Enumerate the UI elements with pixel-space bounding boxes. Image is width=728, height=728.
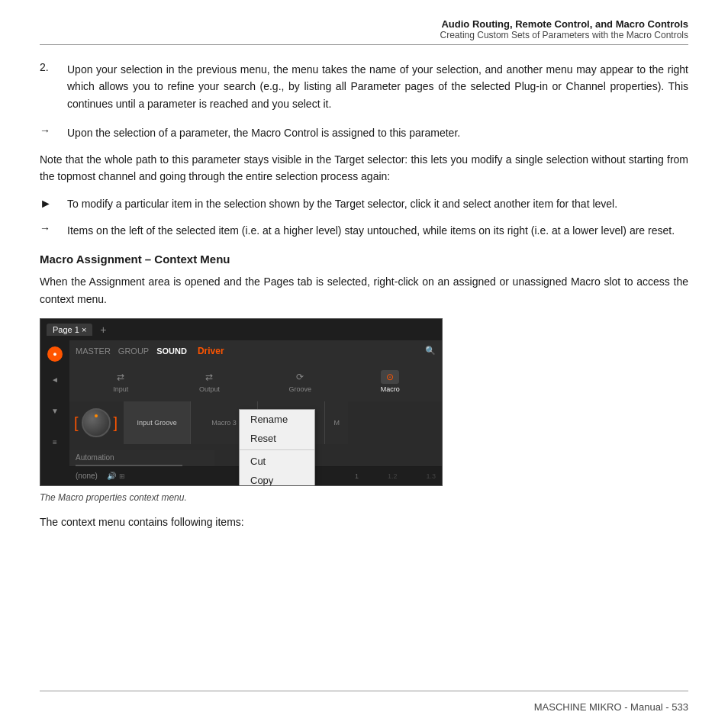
screenshot-main-panel: MASTER GROUP SOUND Driver 🔍 ⇄ Input (69, 340, 442, 485)
label-box-input-groove: Input Groove (124, 401, 191, 444)
more-text: M (333, 419, 340, 427)
output-icon: ⇄ (200, 370, 218, 384)
bracket-left: [ (74, 415, 79, 430)
knob-dot (95, 414, 98, 417)
tab-add[interactable]: + (100, 324, 106, 336)
none-label: (none) (76, 472, 98, 480)
output-label: Output (199, 385, 220, 393)
bracket-right: ] (114, 415, 118, 430)
groove-icon: ⟳ (291, 370, 309, 384)
record-button[interactable]: ● (47, 346, 63, 362)
caption-text: The Macro properties context menu. (40, 492, 688, 503)
macro3-text: Macro 3 (211, 419, 237, 427)
timeline-12: 1.2 (388, 472, 398, 480)
ctx-reset[interactable]: Reset (240, 429, 314, 448)
numbered-item-2: 2. Upon your selection in the previous m… (40, 61, 688, 112)
driver-label: Driver (198, 346, 224, 356)
bullet-text-1: To modify a particular item in the selec… (67, 195, 617, 212)
bullet-symbol: ► (40, 195, 67, 212)
nav-groove[interactable]: ⟳ Groove (289, 370, 312, 393)
input-label: Input (113, 385, 128, 393)
footer-divider (40, 691, 688, 691)
arrow-item-2: → Items on the left of the selected item… (40, 222, 688, 239)
ss-nav-row: ⇄ Input ⇄ Output ⟳ Groove ⊙ (69, 362, 442, 401)
tab-page1[interactable]: Page 1 × (47, 324, 92, 336)
header-divider (40, 44, 688, 45)
arrow-symbol-2: → (40, 222, 67, 234)
master-btn[interactable]: MASTER (76, 346, 111, 356)
label-box-more: M (325, 401, 348, 444)
item-2-text: Upon your selection in the previous menu… (67, 61, 688, 112)
bullet-item-1: ► To modify a particular item in the sel… (40, 195, 688, 212)
left-sidebar-icon3: ≡ (53, 438, 57, 446)
left-sidebar-icon2: ▼ (51, 407, 59, 415)
arrow-text-2: Items on the left of the selected item (… (67, 222, 675, 239)
screenshot: Page 1 × + ● ◄ ▼ ≡ MASTER (40, 318, 443, 486)
screenshot-container: Page 1 × + ● ◄ ▼ ≡ MASTER (40, 318, 688, 486)
footer-text: MASCHINE MIKRO - Manual - 533 (534, 701, 688, 713)
input-groove-text: Input Groove (137, 419, 177, 427)
arrow-symbol-1: → (40, 124, 67, 137)
arrow-item-1: → Upon the selection of a parameter, the… (40, 124, 688, 141)
context-intro: The context menu contains following item… (40, 514, 688, 530)
screenshot-left-sidebar: ● ◄ ▼ ≡ (40, 340, 69, 486)
footer: MASCHINE MIKRO - Manual - 533 (40, 701, 688, 713)
grid-icon: ⊞ (119, 472, 125, 480)
content-area: 2. Upon your selection in the previous m… (40, 61, 688, 682)
header-subtitle: Creating Custom Sets of Parameters with … (440, 30, 688, 40)
macro-knob[interactable] (82, 408, 111, 437)
header-title: Audio Routing, Remote Control, and Macro… (440, 18, 688, 30)
automation-label: Automation (76, 453, 208, 462)
section-title: Macro Assignment – Context Menu (40, 253, 688, 266)
section-intro: When the Assignment area is opened and t… (40, 273, 688, 308)
arrow-text-1: Upon the selection of a parameter, the M… (67, 124, 460, 141)
timeline-13: 1.3 (426, 472, 436, 480)
groove-label: Groove (289, 385, 312, 393)
ctx-separator-1 (240, 449, 314, 450)
macro-label: Macro (381, 385, 400, 393)
header: Audio Routing, Remote Control, and Macro… (440, 18, 688, 40)
screenshot-topbar: Page 1 × + (40, 319, 442, 340)
ctx-cut[interactable]: Cut (240, 452, 314, 471)
ctx-rename[interactable]: Rename (240, 410, 314, 429)
ctx-copy[interactable]: Copy (240, 471, 314, 486)
ss-driver-row: MASTER GROUP SOUND Driver 🔍 (69, 340, 442, 362)
nav-macro[interactable]: ⊙ Macro (381, 370, 400, 393)
nav-input[interactable]: ⇄ Input (111, 370, 130, 393)
sound-btn[interactable]: SOUND (156, 346, 187, 356)
context-menu: Rename Reset Cut Copy Paste (239, 409, 315, 486)
timeline-1: 1 (355, 472, 359, 480)
search-icon[interactable]: 🔍 (425, 346, 436, 356)
macro-icon: ⊙ (381, 370, 399, 384)
note-text: Note that the whole path to this paramet… (40, 151, 688, 185)
item-number-2: 2. (40, 61, 67, 112)
page-container: Audio Routing, Remote Control, and Macro… (0, 0, 728, 728)
left-arrow-icon: ◄ (51, 375, 59, 384)
nav-output[interactable]: ⇄ Output (199, 370, 220, 393)
group-btn[interactable]: GROUP (118, 346, 149, 356)
input-icon: ⇄ (111, 370, 130, 384)
number-icon: 🔊 (107, 472, 116, 480)
